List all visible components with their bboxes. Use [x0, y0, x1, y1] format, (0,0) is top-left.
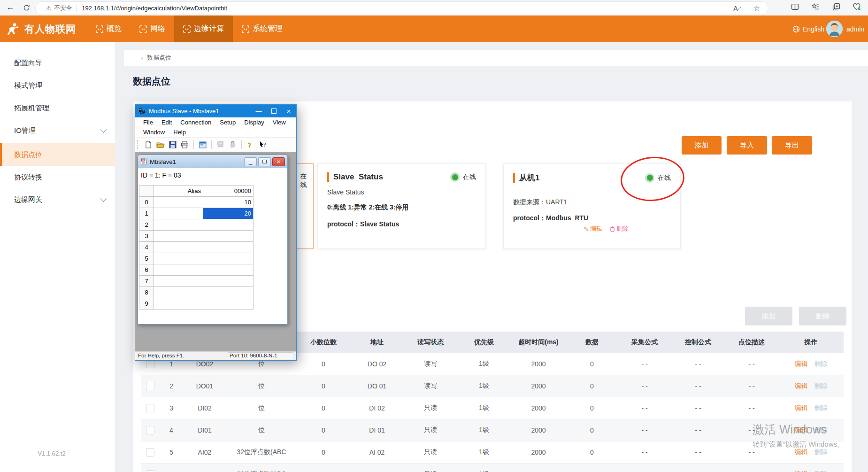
register-alias-cell[interactable] [154, 197, 203, 208]
register-row[interactable]: 4 [139, 242, 253, 253]
menu-setup[interactable]: Setup [215, 119, 240, 126]
nav-item-0[interactable]: 概览 [87, 15, 131, 42]
register-row[interactable]: 120 [139, 208, 253, 219]
card-slave-status[interactable]: Slave_Status 在线 Slave Status 0:离线 1:异常 2… [317, 163, 486, 249]
menu-edit[interactable]: Edit [157, 119, 176, 126]
register-alias-cell[interactable] [154, 242, 203, 253]
row-checkbox[interactable] [146, 448, 154, 457]
register-alias-cell[interactable] [154, 208, 203, 219]
connection-icon[interactable] [228, 140, 238, 150]
row-checkbox[interactable] [146, 360, 154, 368]
menu-view[interactable]: View [269, 119, 290, 126]
register-row[interactable]: 9 [139, 298, 253, 310]
menu-display[interactable]: Display [240, 119, 269, 126]
add-slave-button[interactable]: 添加 [682, 136, 722, 155]
register-alias-cell[interactable] [154, 276, 203, 287]
sidebar-item-6[interactable]: 边缘网关 [0, 188, 115, 211]
register-alias-cell[interactable] [154, 287, 203, 298]
help-icon[interactable]: ? [246, 140, 255, 150]
register-row[interactable]: 3 [139, 231, 253, 242]
mbslave1-document-window[interactable]: DOC Mbslave1 ▁ ✕ ID = 1: F = 03 Alias [138, 155, 288, 325]
brand-logo[interactable]: 有人物联网 [6, 15, 76, 42]
register-row[interactable]: 2 [139, 219, 253, 231]
register-row[interactable]: 7 [139, 276, 253, 287]
read-aloud-icon[interactable]: A⤢ [732, 4, 742, 13]
register-row[interactable]: 010 [139, 197, 253, 208]
sidebar-item-5[interactable]: 协议转换 [0, 166, 115, 188]
row-delete-button[interactable]: 删除 [814, 360, 828, 367]
row-delete-button[interactable]: 删除 [814, 404, 828, 411]
browser-essentials-icon[interactable] [852, 2, 861, 11]
modbus-register-grid[interactable]: Alias 00000 01012023456789 [139, 185, 253, 310]
row-delete-button[interactable]: 删除 [814, 426, 828, 433]
row-checkbox[interactable] [146, 426, 154, 434]
nav-item-2[interactable]: 边缘计算 [174, 15, 233, 42]
modbus-titlebar[interactable]: Modbus Slave - Mbslave1 — × [135, 105, 296, 117]
row-edit-button[interactable]: 编辑 [795, 360, 808, 367]
display-setup-icon[interactable] [198, 140, 207, 150]
print-icon[interactable] [180, 140, 190, 150]
read-definition-icon[interactable] [215, 140, 225, 150]
register-value-cell[interactable] [203, 219, 253, 231]
register-value-cell[interactable] [203, 231, 253, 242]
register-alias-cell[interactable] [154, 264, 203, 276]
favorites-bar-icon[interactable] [811, 2, 820, 11]
register-value-cell[interactable] [203, 298, 253, 310]
nav-item-1[interactable]: 网络 [131, 15, 174, 42]
close-icon[interactable]: × [281, 105, 296, 117]
minimize-icon[interactable]: — [251, 105, 266, 117]
new-file-icon[interactable] [143, 140, 153, 150]
maximize-icon[interactable] [266, 105, 281, 117]
url-text[interactable]: 192.168.1.1/#/origin/edgecalculation/Vie… [82, 5, 227, 12]
register-row[interactable]: 8 [139, 287, 253, 298]
row-edit-button[interactable]: 编辑 [795, 470, 808, 472]
row-edit-button[interactable]: 编辑 [795, 448, 808, 456]
avatar[interactable] [826, 21, 843, 37]
register-value-cell[interactable] [203, 264, 253, 276]
collections-icon[interactable] [831, 2, 841, 11]
row-edit-button[interactable]: 编辑 [795, 382, 808, 389]
row-delete-button[interactable]: 删除 [814, 470, 828, 472]
register-value-cell[interactable]: 10 [203, 197, 253, 208]
sidebar-item-4[interactable]: 数据点位 [0, 143, 115, 166]
context-help-icon[interactable]: ? [258, 140, 268, 150]
export-button[interactable]: 导出 [772, 136, 812, 155]
nav-item-3[interactable]: 系统管理 [233, 15, 292, 42]
register-value-cell[interactable]: 20 [203, 208, 253, 219]
row-checkbox[interactable] [146, 404, 154, 412]
card-edit-button[interactable]: ✎编辑 [584, 224, 602, 233]
row-edit-button[interactable]: 编辑 [795, 404, 808, 411]
username-label[interactable]: admin [846, 15, 868, 42]
split-screen-icon[interactable] [790, 2, 799, 11]
refresh-icon[interactable] [21, 2, 32, 13]
table-add-button[interactable]: 添加 [745, 307, 792, 325]
favorite-star-icon[interactable]: ☆ [752, 4, 761, 13]
modbus-slave-window[interactable]: Modbus Slave - Mbslave1 — × FileEditConn… [135, 104, 297, 361]
sidebar-item-2[interactable]: 拓展机管理 [0, 97, 115, 119]
card-slave1[interactable]: 从机1 在线 数据来源：UART1 protocol：Modbus_RTU ✎编… [503, 163, 681, 249]
doc-close-icon[interactable]: ✕ [272, 157, 285, 166]
menu-file[interactable]: File [139, 119, 157, 126]
register-alias-cell[interactable] [154, 219, 203, 231]
row-checkbox[interactable] [146, 382, 154, 390]
register-row[interactable]: 5 [139, 253, 253, 264]
back-icon[interactable]: ← [5, 2, 16, 13]
row-delete-button[interactable]: 删除 [814, 448, 828, 456]
sidebar-item-1[interactable]: 模式管理 [0, 74, 115, 97]
import-button[interactable]: 导入 [727, 136, 767, 155]
menu-connection[interactable]: Connection [176, 119, 215, 126]
sidebar-item-0[interactable]: 配置向导 [0, 52, 115, 74]
address-bar[interactable]: ⚠ 不安全 192.168.1.1/#/origin/edgecalculati… [35, 1, 768, 15]
open-file-icon[interactable] [155, 140, 165, 150]
register-row[interactable]: 6 [139, 264, 253, 276]
register-alias-cell[interactable] [154, 298, 203, 310]
register-value-cell[interactable] [203, 287, 253, 298]
register-value-cell[interactable] [203, 242, 253, 253]
row-edit-button[interactable]: 编辑 [795, 426, 808, 433]
menu-window[interactable]: Window [139, 129, 169, 136]
menu-help[interactable]: Help [169, 129, 190, 136]
doc-restore-icon[interactable] [258, 157, 271, 166]
row-delete-button[interactable]: 删除 [814, 382, 828, 389]
doc-minimize-icon[interactable]: ▁ [244, 157, 257, 166]
row-checkbox[interactable] [146, 470, 154, 472]
